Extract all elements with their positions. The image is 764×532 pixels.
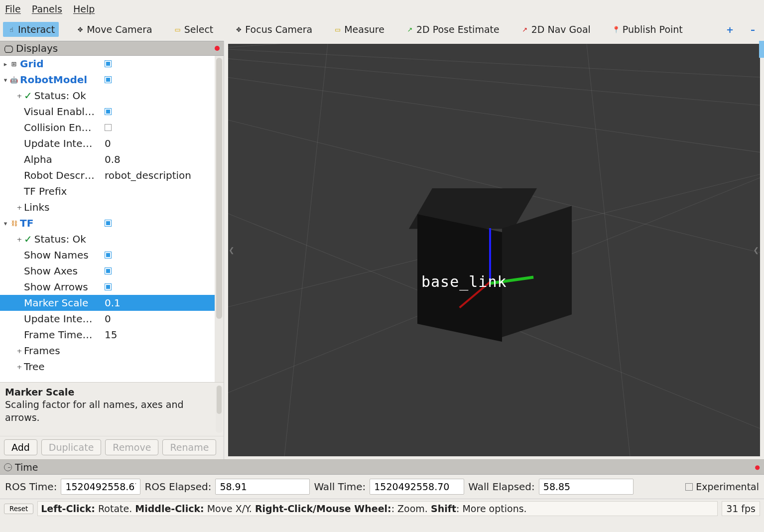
- tree-item-show-names[interactable]: Show Names: [0, 247, 215, 263]
- expander-icon[interactable]: ▸: [2, 60, 9, 67]
- toolbar-add-icon[interactable]: +: [726, 24, 734, 35]
- wall-elapsed-label: Wall Elapsed:: [468, 481, 535, 493]
- wall-elapsed-field[interactable]: [539, 479, 634, 495]
- tree-item-rm-update-interval[interactable]: Update Inte… 0: [0, 135, 215, 151]
- status-help-text: Left-Click: Rotate. Middle-Click: Move X…: [37, 501, 718, 516]
- expander-icon[interactable]: +: [16, 363, 23, 370]
- focus-icon: ✥: [234, 25, 243, 34]
- toolbar-remove-icon[interactable]: –: [751, 24, 755, 35]
- tf-icon: ⛓: [10, 220, 18, 227]
- tool-2d-nav-goal[interactable]: ↗2D Nav Goal: [516, 22, 595, 37]
- duplicate-button[interactable]: Duplicate: [41, 439, 102, 455]
- interact-icon: ☝: [7, 25, 16, 34]
- tree-item-show-axes[interactable]: Show Axes: [0, 263, 215, 279]
- expander-icon[interactable]: +: [16, 92, 23, 99]
- ok-check-icon: ✓: [24, 233, 32, 245]
- expander-icon[interactable]: +: [16, 347, 23, 354]
- tree-item-robotmodel-status[interactable]: +✓Status: Ok: [0, 88, 215, 104]
- tool-measure[interactable]: ▭Measure: [329, 22, 388, 37]
- ros-elapsed-field[interactable]: [215, 479, 310, 495]
- description-title: Marker Scale: [5, 387, 219, 398]
- reset-button[interactable]: Reset: [4, 504, 33, 514]
- publish-point-icon: 📍: [612, 25, 621, 34]
- clock-icon: [4, 463, 12, 471]
- tree-item-robotmodel[interactable]: ▾🤖RobotModel: [0, 72, 215, 88]
- splitter-left-icon[interactable]: ❮: [229, 246, 235, 254]
- tree-scrollbar[interactable]: [215, 56, 224, 382]
- ros-time-field[interactable]: [61, 479, 140, 495]
- ros-time-label: ROS Time:: [5, 481, 57, 493]
- fps-display: 31 fps: [722, 501, 760, 516]
- expander-icon[interactable]: ▾: [2, 220, 9, 227]
- description-scrollbar[interactable]: [216, 386, 223, 433]
- add-button[interactable]: Add: [4, 439, 37, 455]
- checkbox-robotmodel[interactable]: [105, 76, 112, 83]
- tree-item-tf-update-interval[interactable]: Update Inte… 0: [0, 311, 215, 327]
- time-panel-header[interactable]: Time ●: [0, 460, 764, 475]
- menu-help[interactable]: Help: [72, 2, 96, 15]
- displays-panel-header[interactable]: 🖵 Displays: [0, 41, 224, 56]
- displays-button-row: Add Duplicate Remove Rename: [0, 436, 224, 459]
- ros-elapsed-label: ROS Elapsed:: [144, 481, 211, 493]
- tool-focus-camera[interactable]: ✥Focus Camera: [230, 22, 316, 37]
- status-bar: Reset Left-Click: Rotate. Middle-Click: …: [0, 499, 764, 518]
- menubar: File Panels Help: [0, 0, 764, 18]
- tree-item-frames[interactable]: +Frames: [0, 343, 215, 359]
- menu-panels[interactable]: Panels: [31, 2, 63, 15]
- checkbox-visual-enabled[interactable]: [105, 108, 112, 115]
- checkbox-show-names[interactable]: [105, 252, 112, 259]
- displays-tree[interactable]: ▸⊞Grid ▾🤖RobotModel +✓Status: Ok Visual …: [0, 56, 215, 382]
- tool-publish-point[interactable]: 📍Publish Point: [608, 22, 687, 37]
- expander-icon[interactable]: +: [16, 236, 23, 243]
- experimental-label: Experimental: [696, 481, 759, 492]
- wall-time-label: Wall Time:: [314, 481, 366, 493]
- wall-time-field[interactable]: [370, 479, 464, 495]
- tree-item-tree[interactable]: +Tree: [0, 359, 215, 375]
- nav-goal-icon: ↗: [520, 25, 529, 34]
- robotmodel-icon: 🤖: [10, 76, 18, 84]
- tree-item-tf-status[interactable]: +✓Status: Ok: [0, 231, 215, 247]
- checkbox-show-arrows[interactable]: [105, 283, 112, 290]
- tree-item-show-arrows[interactable]: Show Arrows: [0, 279, 215, 295]
- tree-item-links[interactable]: +Links: [0, 199, 215, 215]
- main-area: 🖵 Displays ▸⊞Grid ▾🤖RobotModel +✓Status:…: [0, 41, 764, 459]
- experimental-checkbox[interactable]: [685, 483, 693, 491]
- robot-model-cube: [432, 188, 562, 318]
- tool-2d-pose-estimate[interactable]: ↗2D Pose Estimate: [401, 22, 504, 37]
- 3d-viewport[interactable]: base_link ❮ ❮: [228, 44, 760, 456]
- expander-icon[interactable]: +: [16, 204, 23, 211]
- tree-item-tf-prefix[interactable]: TF Prefix: [0, 183, 215, 199]
- viewport-right-handle[interactable]: [759, 41, 764, 58]
- displays-panel-title: Displays: [16, 42, 215, 54]
- displays-panel: 🖵 Displays ▸⊞Grid ▾🤖RobotModel +✓Status:…: [0, 41, 224, 459]
- tree-item-grid[interactable]: ▸⊞Grid: [0, 56, 215, 72]
- tool-move-camera[interactable]: ✥Move Camera: [72, 22, 156, 37]
- tree-item-alpha[interactable]: Alpha 0.8: [0, 151, 215, 167]
- tree-item-collision-enabled[interactable]: Collision En…: [0, 120, 215, 135]
- grid-icon: ⊞: [10, 60, 18, 68]
- displays-panel-icon: 🖵: [4, 44, 13, 53]
- checkbox-tf[interactable]: [105, 220, 112, 227]
- displays-panel-close-icon[interactable]: [215, 46, 220, 51]
- property-description: Marker Scale Scaling factor for all name…: [0, 382, 224, 436]
- rename-button[interactable]: Rename: [162, 439, 216, 455]
- tree-item-frame-timeout[interactable]: Frame Time… 15: [0, 327, 215, 343]
- move-camera-icon: ✥: [76, 25, 85, 34]
- description-body: Scaling factor for all names, axes and a…: [5, 399, 219, 424]
- time-panel: Time ● ROS Time: ROS Elapsed: Wall Time:…: [0, 459, 764, 499]
- checkbox-collision-enabled[interactable]: [105, 124, 112, 131]
- menu-file[interactable]: File: [4, 2, 22, 15]
- expander-icon[interactable]: ▾: [2, 76, 9, 83]
- tree-item-robot-description[interactable]: Robot Descr… robot_description: [0, 167, 215, 183]
- tree-item-visual-enabled[interactable]: Visual Enabl…: [0, 104, 215, 120]
- checkbox-grid[interactable]: [105, 60, 112, 67]
- remove-button[interactable]: Remove: [105, 439, 158, 455]
- select-icon: ▭: [173, 25, 182, 34]
- checkbox-show-axes[interactable]: [105, 267, 112, 274]
- pose-estimate-icon: ↗: [405, 25, 414, 34]
- tool-select[interactable]: ▭Select: [169, 22, 218, 37]
- tree-item-marker-scale[interactable]: Marker Scale 0.1: [0, 295, 215, 311]
- tree-item-tf[interactable]: ▾⛓TF: [0, 215, 215, 231]
- tool-interact[interactable]: ☝Interact: [3, 22, 59, 37]
- splitter-right-icon[interactable]: ❮: [753, 246, 759, 254]
